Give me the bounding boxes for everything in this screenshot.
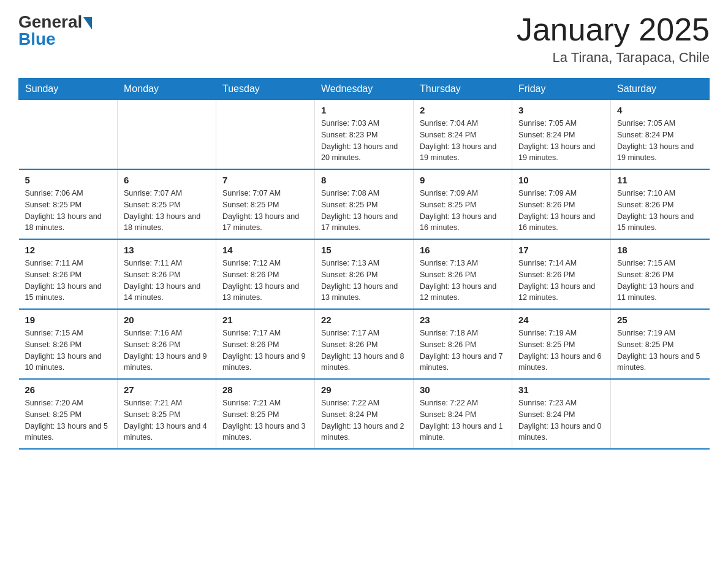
day-info: Sunrise: 7:07 AM Sunset: 8:25 PM Dayligh… [222, 188, 308, 234]
day-info: Sunrise: 7:09 AM Sunset: 8:26 PM Dayligh… [518, 188, 604, 234]
header-cell-tuesday: Tuesday [216, 79, 315, 100]
day-info: Sunrise: 7:05 AM Sunset: 8:24 PM Dayligh… [518, 118, 604, 164]
day-cell: 19Sunrise: 7:15 AM Sunset: 8:26 PM Dayli… [19, 309, 118, 379]
header-cell-saturday: Saturday [611, 79, 710, 100]
day-info: Sunrise: 7:08 AM Sunset: 8:25 PM Dayligh… [321, 188, 407, 234]
day-info: Sunrise: 7:19 AM Sunset: 8:25 PM Dayligh… [518, 327, 604, 373]
day-info: Sunrise: 7:19 AM Sunset: 8:25 PM Dayligh… [617, 327, 703, 373]
day-cell: 7Sunrise: 7:07 AM Sunset: 8:25 PM Daylig… [216, 169, 315, 239]
day-cell: 30Sunrise: 7:22 AM Sunset: 8:24 PM Dayli… [414, 379, 512, 449]
day-cell: 21Sunrise: 7:17 AM Sunset: 8:26 PM Dayli… [216, 309, 315, 379]
day-number: 30 [420, 385, 506, 395]
day-info: Sunrise: 7:05 AM Sunset: 8:24 PM Dayligh… [617, 118, 703, 164]
page-header: General Blue January 2025 La Tirana, Tar… [18, 12, 710, 66]
day-number: 7 [222, 175, 308, 185]
day-info: Sunrise: 7:16 AM Sunset: 8:26 PM Dayligh… [124, 327, 210, 373]
day-cell: 24Sunrise: 7:19 AM Sunset: 8:25 PM Dayli… [512, 309, 611, 379]
day-number: 8 [321, 175, 407, 185]
day-number: 6 [124, 175, 210, 185]
day-cell: 18Sunrise: 7:15 AM Sunset: 8:26 PM Dayli… [611, 239, 710, 309]
day-cell: 3Sunrise: 7:05 AM Sunset: 8:24 PM Daylig… [512, 100, 611, 170]
header-cell-monday: Monday [118, 79, 216, 100]
location-text: La Tirana, Tarapaca, Chile [517, 50, 710, 66]
day-cell: 27Sunrise: 7:21 AM Sunset: 8:25 PM Dayli… [118, 379, 216, 449]
day-number: 9 [420, 175, 506, 185]
day-number: 14 [222, 245, 308, 255]
day-info: Sunrise: 7:07 AM Sunset: 8:25 PM Dayligh… [124, 188, 210, 234]
day-cell: 22Sunrise: 7:17 AM Sunset: 8:26 PM Dayli… [315, 309, 414, 379]
day-number: 29 [321, 385, 407, 395]
day-info: Sunrise: 7:23 AM Sunset: 8:24 PM Dayligh… [518, 397, 604, 443]
header-row: SundayMondayTuesdayWednesdayThursdayFrid… [19, 79, 710, 100]
day-number: 28 [222, 385, 308, 395]
day-cell: 14Sunrise: 7:12 AM Sunset: 8:26 PM Dayli… [216, 239, 315, 309]
week-row-4: 19Sunrise: 7:15 AM Sunset: 8:26 PM Dayli… [19, 309, 710, 379]
day-cell: 5Sunrise: 7:06 AM Sunset: 8:25 PM Daylig… [19, 169, 118, 239]
day-cell: 11Sunrise: 7:10 AM Sunset: 8:26 PM Dayli… [611, 169, 710, 239]
day-cell: 26Sunrise: 7:20 AM Sunset: 8:25 PM Dayli… [19, 379, 118, 449]
day-cell: 29Sunrise: 7:22 AM Sunset: 8:24 PM Dayli… [315, 379, 414, 449]
day-info: Sunrise: 7:18 AM Sunset: 8:26 PM Dayligh… [420, 327, 506, 373]
title-section: January 2025 La Tirana, Tarapaca, Chile [517, 12, 710, 66]
day-cell: 15Sunrise: 7:13 AM Sunset: 8:26 PM Dayli… [315, 239, 414, 309]
day-number: 2 [420, 105, 506, 115]
week-row-3: 12Sunrise: 7:11 AM Sunset: 8:26 PM Dayli… [19, 239, 710, 309]
day-info: Sunrise: 7:10 AM Sunset: 8:26 PM Dayligh… [617, 188, 703, 234]
day-cell: 4Sunrise: 7:05 AM Sunset: 8:24 PM Daylig… [611, 100, 710, 170]
day-cell: 8Sunrise: 7:08 AM Sunset: 8:25 PM Daylig… [315, 169, 414, 239]
day-cell: 28Sunrise: 7:21 AM Sunset: 8:25 PM Dayli… [216, 379, 315, 449]
day-number: 26 [25, 385, 112, 395]
day-number: 25 [617, 315, 703, 325]
day-number: 19 [25, 315, 112, 325]
day-number: 12 [25, 245, 112, 255]
day-number: 4 [617, 105, 703, 115]
day-info: Sunrise: 7:11 AM Sunset: 8:26 PM Dayligh… [25, 258, 112, 304]
day-cell: 10Sunrise: 7:09 AM Sunset: 8:26 PM Dayli… [512, 169, 611, 239]
day-info: Sunrise: 7:13 AM Sunset: 8:26 PM Dayligh… [321, 258, 407, 304]
day-cell: 1Sunrise: 7:03 AM Sunset: 8:23 PM Daylig… [315, 100, 414, 170]
day-number: 1 [321, 105, 407, 115]
day-info: Sunrise: 7:13 AM Sunset: 8:26 PM Dayligh… [420, 258, 506, 304]
header-cell-wednesday: Wednesday [315, 79, 414, 100]
day-cell: 2Sunrise: 7:04 AM Sunset: 8:24 PM Daylig… [414, 100, 512, 170]
day-cell: 9Sunrise: 7:09 AM Sunset: 8:25 PM Daylig… [414, 169, 512, 239]
day-info: Sunrise: 7:03 AM Sunset: 8:23 PM Dayligh… [321, 118, 407, 164]
day-number: 10 [518, 175, 604, 185]
day-cell [118, 100, 216, 170]
day-info: Sunrise: 7:21 AM Sunset: 8:25 PM Dayligh… [124, 397, 210, 443]
day-number: 27 [124, 385, 210, 395]
day-info: Sunrise: 7:06 AM Sunset: 8:25 PM Dayligh… [25, 188, 112, 234]
logo: General Blue [18, 12, 92, 49]
day-cell [611, 379, 710, 449]
day-info: Sunrise: 7:14 AM Sunset: 8:26 PM Dayligh… [518, 258, 604, 304]
day-info: Sunrise: 7:12 AM Sunset: 8:26 PM Dayligh… [222, 258, 308, 304]
day-info: Sunrise: 7:21 AM Sunset: 8:25 PM Dayligh… [222, 397, 308, 443]
day-number: 21 [222, 315, 308, 325]
header-cell-thursday: Thursday [414, 79, 512, 100]
header-cell-friday: Friday [512, 79, 611, 100]
day-number: 22 [321, 315, 407, 325]
day-info: Sunrise: 7:04 AM Sunset: 8:24 PM Dayligh… [420, 118, 506, 164]
day-number: 24 [518, 315, 604, 325]
day-info: Sunrise: 7:22 AM Sunset: 8:24 PM Dayligh… [420, 397, 506, 443]
calendar-body: 1Sunrise: 7:03 AM Sunset: 8:23 PM Daylig… [19, 100, 710, 450]
day-info: Sunrise: 7:15 AM Sunset: 8:26 PM Dayligh… [617, 258, 703, 304]
logo-blue-text: Blue [18, 29, 56, 49]
calendar-header: SundayMondayTuesdayWednesdayThursdayFrid… [19, 79, 710, 100]
day-number: 23 [420, 315, 506, 325]
day-cell: 31Sunrise: 7:23 AM Sunset: 8:24 PM Dayli… [512, 379, 611, 449]
day-info: Sunrise: 7:15 AM Sunset: 8:26 PM Dayligh… [25, 327, 112, 373]
day-cell: 25Sunrise: 7:19 AM Sunset: 8:25 PM Dayli… [611, 309, 710, 379]
day-info: Sunrise: 7:11 AM Sunset: 8:26 PM Dayligh… [124, 258, 210, 304]
day-cell: 6Sunrise: 7:07 AM Sunset: 8:25 PM Daylig… [118, 169, 216, 239]
week-row-5: 26Sunrise: 7:20 AM Sunset: 8:25 PM Dayli… [19, 379, 710, 449]
day-number: 3 [518, 105, 604, 115]
day-info: Sunrise: 7:22 AM Sunset: 8:24 PM Dayligh… [321, 397, 407, 443]
week-row-2: 5Sunrise: 7:06 AM Sunset: 8:25 PM Daylig… [19, 169, 710, 239]
day-cell: 17Sunrise: 7:14 AM Sunset: 8:26 PM Dayli… [512, 239, 611, 309]
day-cell [216, 100, 315, 170]
day-cell: 23Sunrise: 7:18 AM Sunset: 8:26 PM Dayli… [414, 309, 512, 379]
day-cell: 20Sunrise: 7:16 AM Sunset: 8:26 PM Dayli… [118, 309, 216, 379]
header-cell-sunday: Sunday [19, 79, 118, 100]
day-number: 5 [25, 175, 112, 185]
